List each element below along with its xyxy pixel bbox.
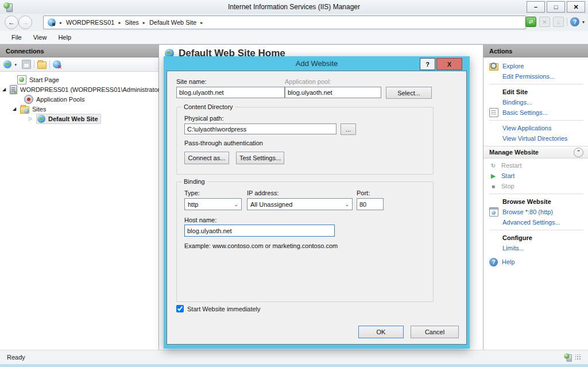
action-stop: ■ Stop	[489, 181, 583, 191]
connections-header: Connections	[0, 45, 158, 57]
host-name-label: Host name:	[184, 217, 216, 223]
connect-to-server-icon[interactable]: ▾	[3, 60, 11, 68]
maximize-button[interactable]: □	[547, 1, 565, 13]
dialog-help-button[interactable]: ?	[420, 58, 435, 70]
resize-grip[interactable]	[575, 354, 581, 360]
menu-help[interactable]: Help	[52, 32, 77, 43]
home-icon: ⌂	[553, 17, 564, 27]
action-edit-permissions[interactable]: Edit Permissions...	[489, 71, 583, 82]
refresh-connection-icon[interactable]: ⇄	[525, 17, 536, 27]
chevron-down-icon: ⌄	[234, 202, 238, 207]
delete-connection-icon[interactable]	[53, 60, 61, 68]
action-start[interactable]: ▶ Start	[489, 171, 583, 181]
breadcrumb-sites[interactable]: Sites	[125, 19, 138, 26]
breadcrumb-default-web-site[interactable]: Default Web Site	[149, 19, 196, 26]
tree-expander-icon[interactable]: ▷	[28, 116, 33, 121]
tree-item-start-page[interactable]: Start Page	[0, 75, 158, 84]
window-border	[0, 364, 588, 367]
iis-manager-window: Internet Information Services (IIS) Mana…	[0, 0, 588, 367]
server-icon	[10, 85, 17, 94]
host-name-input[interactable]	[184, 225, 335, 237]
tree-item-sites[interactable]: ◢ Sites	[0, 104, 158, 114]
action-advanced-settings[interactable]: Advanced Settings...	[489, 217, 583, 227]
action-bindings[interactable]: Bindings...	[489, 97, 583, 107]
binding-legend: Binding	[181, 178, 207, 185]
action-limits[interactable]: Limits...	[489, 243, 583, 253]
close-button[interactable]: ✕	[567, 1, 585, 13]
tree-item-application-pools[interactable]: Application Pools	[0, 94, 158, 104]
start-page-icon	[17, 75, 26, 84]
start-website-checkbox-row[interactable]: Start Website immediately	[176, 305, 261, 312]
start-icon: ▶	[489, 172, 497, 180]
action-browse-80[interactable]: Browse *:80 (http)	[489, 207, 583, 217]
port-input[interactable]	[357, 198, 384, 210]
menu-file[interactable]: File	[6, 32, 28, 43]
physical-path-input[interactable]	[184, 123, 336, 134]
help-icon: ?	[489, 258, 498, 266]
content-directory-legend: Content Directory	[181, 103, 235, 110]
start-website-checkbox[interactable]	[176, 305, 184, 312]
actions-group-configure: Configure	[489, 233, 583, 243]
actions-group-manage-website: Manage Website ⌃	[483, 146, 588, 159]
actions-separator	[489, 194, 583, 194]
add-website-dialog: Add Website ? X Site name: Application p…	[164, 56, 470, 349]
action-view-virtual-directories[interactable]: View Virtual Directories	[489, 133, 583, 144]
action-view-applications[interactable]: View Applications	[489, 123, 583, 133]
window-title: Internet Information Services (IIS) Mana…	[0, 3, 588, 11]
actions-panel: Actions Explore Edit Permissions... Edit…	[483, 44, 588, 350]
address-bar: ← → ▸ WORDPRESS01 ▸ Sites ▸ Default Web …	[0, 14, 588, 31]
connect-as-button[interactable]: Connect as...	[184, 152, 229, 164]
minimize-button[interactable]: –	[527, 1, 545, 13]
menu-view[interactable]: View	[28, 32, 53, 43]
status-bar: Ready	[0, 350, 588, 364]
application-pool-label: Application pool:	[285, 78, 331, 85]
stop-icon: ✕	[539, 17, 550, 27]
action-explore[interactable]: Explore	[489, 61, 583, 71]
site-name-input[interactable]	[176, 87, 285, 98]
browse-path-button[interactable]: ...	[341, 123, 356, 135]
help-dropdown-icon[interactable]: ▾	[582, 20, 585, 25]
test-settings-button[interactable]: Test Settings...	[236, 152, 284, 164]
tree-expander-icon[interactable]: ◢	[11, 106, 17, 111]
menu-bar: File View Help	[0, 31, 588, 44]
application-pools-icon	[24, 95, 33, 104]
restart-icon: ↻	[489, 163, 497, 169]
ok-button[interactable]: OK	[358, 326, 404, 338]
actions-group-edit-site: Edit Site	[489, 87, 583, 97]
tree-item-default-web-site[interactable]: ▷ Default Web Site	[0, 114, 158, 123]
save-connections-icon	[22, 60, 31, 69]
breadcrumb-server[interactable]: WORDPRESS01	[66, 19, 114, 26]
cancel-button[interactable]: Cancel	[411, 326, 459, 338]
website-globe-icon	[37, 115, 45, 123]
help-icon[interactable]: ?	[570, 17, 579, 26]
collapse-section-icon[interactable]: ⌃	[574, 148, 583, 157]
passthrough-text: Pass-through authentication	[184, 140, 263, 146]
tree-expander-icon[interactable]: ◢	[1, 87, 7, 92]
dialog-close-button[interactable]: X	[436, 58, 462, 70]
site-name-label: Site name:	[176, 78, 207, 85]
explore-icon	[489, 63, 498, 71]
selected-tree-item[interactable]: Default Web Site	[36, 114, 101, 124]
actions-separator	[489, 230, 583, 230]
breadcrumb-arrow-icon: ▸	[200, 20, 203, 25]
add-folder-icon[interactable]	[37, 61, 47, 69]
breadcrumb-arrow-icon: ▸	[60, 20, 62, 25]
actions-group-browse-website: Browse Website	[489, 196, 583, 207]
select-button[interactable]: Select...	[386, 87, 432, 99]
action-help[interactable]: ? Help	[489, 257, 583, 267]
back-button[interactable]: ←	[5, 16, 18, 29]
application-pool-input[interactable]	[285, 87, 381, 98]
action-restart: ↻ Restart	[489, 160, 583, 171]
physical-path-label: Physical path:	[184, 115, 223, 122]
iis-app-icon	[3, 2, 13, 11]
action-basic-settings[interactable]: Basic Settings...	[489, 107, 583, 118]
connections-toolbar: ▾	[0, 57, 158, 72]
port-label: Port:	[357, 190, 370, 196]
actions-separator	[489, 120, 583, 121]
iis-status-icon	[564, 353, 572, 361]
sites-folder-icon	[20, 106, 29, 114]
tree-item-server[interactable]: ◢ WORDPRESS01 (WORDPRESS01\Administrator…	[0, 84, 158, 94]
ip-address-dropdown[interactable]: All Unassigned ⌄	[247, 198, 353, 210]
type-dropdown[interactable]: http ⌄	[184, 198, 242, 210]
start-website-label: Start Website immediately	[187, 306, 261, 312]
